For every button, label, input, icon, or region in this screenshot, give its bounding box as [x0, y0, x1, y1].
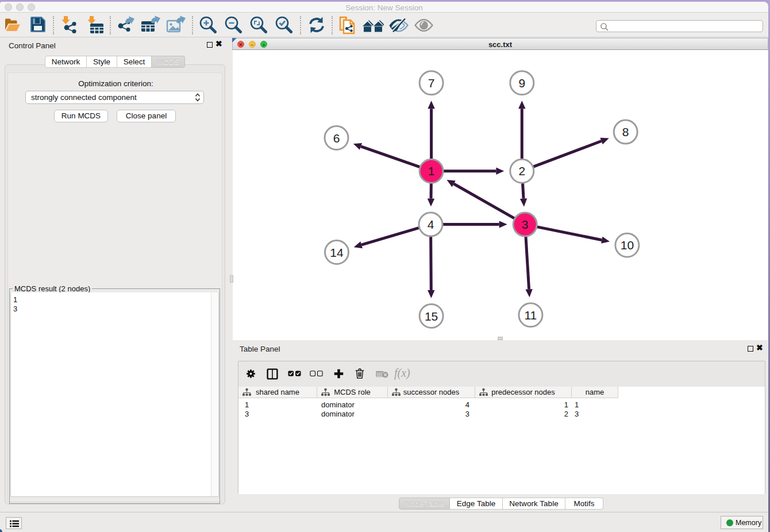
svg-text:7: 7 — [428, 76, 435, 90]
svg-text:10: 10 — [621, 238, 634, 252]
svg-text:4: 4 — [428, 218, 434, 231]
svg-text:1: 1 — [428, 164, 435, 178]
svg-text:2: 2 — [518, 164, 525, 178]
svg-text:15: 15 — [425, 310, 438, 323]
svg-text:6: 6 — [333, 132, 340, 145]
svg-text:3: 3 — [522, 218, 529, 231]
svg-text:8: 8 — [622, 125, 629, 138]
svg-text:11: 11 — [524, 309, 537, 322]
svg-text:14: 14 — [330, 246, 344, 259]
svg-text:9: 9 — [518, 76, 525, 90]
